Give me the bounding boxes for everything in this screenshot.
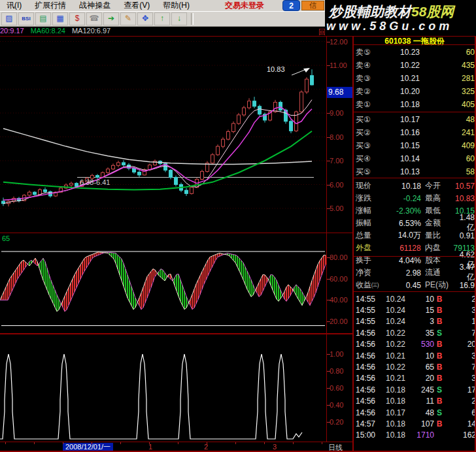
level-label: 卖②: [356, 86, 379, 97]
axis-label: 8.00: [330, 133, 343, 141]
info-side-button[interactable]: 信: [301, 1, 324, 10]
info-value: 10.57: [454, 182, 476, 191]
tick-side: B: [434, 295, 445, 304]
tick-price: 10.18: [378, 385, 405, 395]
tick-price: 10.18: [378, 430, 405, 440]
bid-row[interactable]: 买②10.16241: [353, 126, 476, 139]
tick-row: 15:0010.181710162: [353, 430, 476, 441]
axis-label: 11.00: [330, 61, 347, 69]
info-label: 量比: [421, 230, 454, 241]
info-row: 振幅6.53%金额1.48亿: [353, 217, 476, 229]
info-row: 收益㈢0.45PE(动)16.9: [353, 279, 476, 291]
spike-indicator-panel[interactable]: [0, 334, 327, 442]
level-label: 买④: [356, 153, 379, 165]
tick-amount-clipped: 2: [445, 295, 476, 304]
arrow-up-icon[interactable]: ↑: [154, 12, 170, 25]
ask-row[interactable]: 卖④10.22435: [353, 59, 476, 72]
oscillator-panel[interactable]: [0, 233, 327, 333]
menu-item-0[interactable]: 讯(I): [0, 0, 28, 11]
info-label: 现价: [356, 180, 383, 191]
axis-label: 80.00: [330, 253, 348, 261]
tick-volume: 11: [405, 396, 434, 406]
ask-row[interactable]: 卖①10.18405: [353, 98, 476, 111]
info-value: 10.18: [383, 182, 421, 191]
high-price-annotation: 10.83: [267, 65, 285, 73]
info-value: 1.48亿: [454, 213, 476, 233]
info-label: 收益㈢: [356, 280, 383, 291]
phone-icon[interactable]: ☎: [86, 12, 102, 25]
tick-side: S: [434, 385, 445, 395]
level-price: 10.21: [379, 74, 420, 83]
info-value: 3.47亿: [454, 263, 476, 283]
ask-row[interactable]: 卖③10.21281: [353, 72, 476, 85]
arrow-down-icon[interactable]: ↓: [171, 12, 187, 25]
info-label: 最低: [421, 205, 454, 216]
info-value: 16.9: [454, 281, 476, 290]
bid-row[interactable]: 买④10.1460: [353, 152, 476, 165]
tick-price: 10.18: [378, 396, 405, 406]
tick-side: S: [434, 329, 445, 338]
level-label: 卖④: [356, 60, 379, 71]
import-icon[interactable]: ➔: [103, 12, 119, 25]
info-label: 外盘: [356, 242, 383, 253]
level-volume: 281: [420, 74, 476, 83]
tick-volume: 245: [405, 385, 434, 395]
user-badge-icon[interactable]: 2: [282, 0, 300, 11]
info-label: 涨幅: [356, 205, 383, 216]
ask-row[interactable]: 卖⑤10.2360: [353, 46, 476, 59]
tick-volume: 10: [405, 351, 434, 361]
bid-row[interactable]: 买⑤10.1358: [353, 165, 476, 178]
ask-row[interactable]: 卖②10.20325: [353, 85, 476, 98]
tick-side: B: [434, 340, 445, 349]
tick-amount-clipped: 7: [445, 329, 476, 338]
tick-price: 10.24: [378, 306, 405, 315]
info-label: 振幅: [356, 218, 383, 229]
trend-chart-icon[interactable]: ▨: [1, 12, 17, 25]
info-value: 0.91: [454, 231, 476, 240]
menu-item-4[interactable]: 帮助(H): [156, 0, 196, 11]
tick-time: 14:56: [356, 408, 378, 417]
bid-row[interactable]: 买③10.15409: [353, 139, 476, 152]
level-price: 10.17: [379, 115, 420, 124]
tick-row: 14:5510.243B1: [353, 316, 476, 327]
move-icon[interactable]: ✥: [137, 12, 153, 25]
tick-time: 14:57: [356, 419, 378, 428]
info-value: 2.98: [383, 268, 421, 278]
tick-time: 14:55: [356, 306, 378, 315]
info-row: 涨跌-0.24最高10.83: [353, 192, 476, 204]
menu-item-1[interactable]: 扩展行情: [28, 0, 73, 11]
time-and-sales-list[interactable]: 14:5510.2410B214:5510.2415B314:5510.243B…: [353, 293, 476, 441]
axis-label: 9.00: [330, 109, 343, 117]
tick-price: 10.22: [378, 329, 405, 338]
tick-time: 14:56: [356, 340, 378, 349]
grid-icon[interactable]: ▦: [52, 12, 68, 25]
tick-side: B: [434, 306, 445, 315]
level-label: 买③: [356, 140, 379, 152]
level-price: 10.22: [379, 61, 420, 70]
info-value: 61128: [383, 244, 421, 253]
level-price: 10.16: [379, 128, 420, 137]
level-volume: 405: [420, 100, 476, 109]
axis-label: 6.00: [330, 181, 343, 189]
info-label: 流通: [421, 267, 454, 278]
level-volume: 241: [420, 128, 476, 137]
axis-label: 20.00: [330, 317, 348, 325]
menu-item-2[interactable]: 战神操盘: [73, 0, 117, 11]
bid-row[interactable]: 买①10.1748: [353, 113, 476, 126]
bsi-icon[interactable]: BSI: [18, 12, 34, 25]
stock-title[interactable]: 601038 一拖股份: [353, 36, 476, 44]
tick-amount-clipped: 3: [445, 306, 476, 315]
image-icon[interactable]: ▤: [35, 12, 51, 25]
tick-amount-clipped: 162: [445, 430, 476, 440]
tick-time: 15:00: [356, 430, 378, 440]
tick-time: 14:55: [356, 317, 378, 326]
tick-amount-clipped: 17: [445, 385, 476, 395]
tick-price: 10.22: [378, 363, 405, 372]
menu-item-3[interactable]: 查看(V): [117, 0, 156, 11]
tick-row: 14:5610.1748S6: [353, 407, 476, 418]
level-label: 买⑤: [356, 167, 379, 178]
tick-row: 14:5610.1811B2: [353, 396, 476, 407]
pencil-icon[interactable]: ✎: [120, 12, 136, 25]
dollar-icon[interactable]: $: [69, 12, 85, 25]
tick-side: B: [434, 363, 445, 372]
